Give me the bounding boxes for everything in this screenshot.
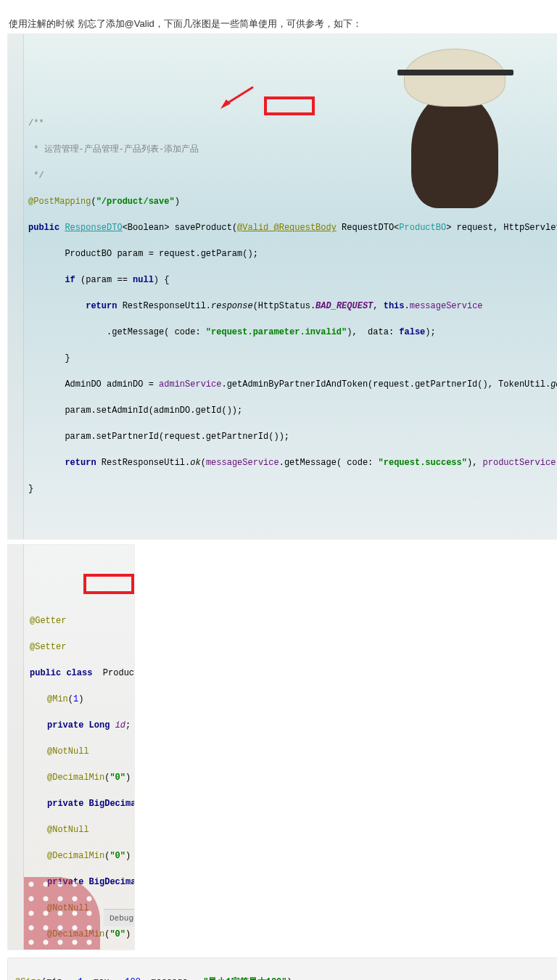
comment: */ — [28, 170, 44, 181]
kw: false — [399, 327, 425, 337]
debugger-bar: Debugge — [104, 909, 134, 926]
ann: @NotNull — [47, 825, 89, 835]
t: RequestDTO< — [337, 223, 399, 233]
t: saveProduct — [175, 223, 232, 233]
t: , — [373, 301, 383, 311]
t: } — [28, 484, 33, 494]
kw: public — [28, 223, 65, 233]
red-box-1 — [264, 96, 315, 115]
kw: return — [65, 458, 96, 468]
code: ProductBO param = request.getParam(); — [28, 249, 258, 259]
field: messageService — [410, 301, 483, 311]
t: . — [405, 301, 410, 311]
t — [28, 275, 65, 285]
gutter — [8, 545, 24, 950]
t: , message = — [141, 977, 203, 980]
t: } — [28, 353, 70, 363]
t: ) { — [154, 275, 170, 285]
t: ), data: — [347, 327, 399, 337]
ann: @DecimalMin — [47, 851, 104, 861]
t — [28, 301, 86, 311]
fld: id — [115, 720, 125, 730]
t: RestResponseUtil. — [117, 301, 211, 311]
t: AdminDO adminDO = — [28, 379, 159, 390]
ann: @DecimalMin — [47, 773, 104, 783]
intro-text: 使用注解的时候 别忘了添加@Valid，下面几张图是一些简单使用，可供参考，如下… — [9, 17, 557, 30]
ann: @Min — [47, 694, 68, 704]
str: "0" — [110, 929, 125, 939]
fn: getAuthorizationHeader — [550, 379, 557, 390]
str: "0" — [110, 851, 125, 861]
t: .getMessage( code: — [279, 458, 379, 468]
kw: this — [384, 301, 405, 311]
t: ), — [467, 458, 483, 468]
code-figure-2: @Getter @Setter public class ProductBO @… — [7, 544, 135, 950]
t: , max = — [83, 977, 125, 980]
field: messageService — [206, 458, 279, 468]
t: (min = — [41, 977, 78, 980]
t: ) — [287, 977, 292, 980]
kw: private BigDecimal — [47, 799, 135, 809]
red-arrow-icon — [182, 70, 226, 99]
field: adminService — [159, 379, 221, 390]
t: .getAdminByPartnerIdAndToken(request.get… — [221, 379, 550, 390]
kw: return — [86, 301, 117, 311]
type: ResponseDTO — [65, 223, 122, 233]
t: ( — [201, 458, 206, 468]
ann: @NotNull — [47, 746, 89, 757]
fn: response — [211, 301, 253, 311]
t: param.setPartnerId(request.getPartnerId(… — [28, 432, 289, 442]
type: ProductBO — [399, 223, 446, 233]
comment: /** — [28, 118, 44, 128]
field: productService — [483, 458, 556, 468]
const: BAD_REQUEST — [315, 301, 373, 311]
str: "0" — [110, 773, 125, 783]
annotation: @Getter — [30, 616, 66, 626]
kw: private Long — [47, 720, 115, 730]
t: <Boolean> — [123, 223, 175, 233]
t: ( — [91, 197, 96, 207]
string: "/product/save" — [96, 197, 175, 207]
kw: public class — [30, 668, 98, 678]
t: (HttpStatus. — [253, 301, 315, 311]
classname: ProductBO — [103, 668, 135, 678]
str: "request.success" — [379, 458, 467, 468]
debugger-label: Debugge — [110, 912, 135, 925]
str: "request.parameter.invalid" — [206, 327, 347, 337]
t — [28, 458, 65, 468]
n: 1 — [78, 977, 83, 980]
annotation: @PostMapping — [28, 197, 91, 207]
kw: null — [133, 275, 154, 285]
comment: * 运营管理-产品管理-产品列表-添加产品 — [28, 144, 199, 155]
t: RestResponseUtil. — [96, 458, 191, 468]
fn: ok — [190, 458, 200, 468]
t: param.setAdminId(adminDO.getId()); — [28, 405, 242, 416]
t: ) — [175, 197, 180, 207]
t: ); — [425, 327, 435, 337]
t: (param == — [75, 275, 133, 285]
s: "最小1字符最大100" — [203, 977, 286, 980]
size-code-block: @Size(min = 1, max = 100, message = "最小1… — [7, 958, 557, 980]
n: 100 — [125, 977, 141, 980]
annotation: @Setter — [30, 642, 66, 652]
t: > request, HttpServletRequest httpServle… — [446, 223, 557, 233]
ann: @Size — [15, 977, 41, 980]
background-person — [368, 49, 542, 208]
red-box-2 — [83, 574, 134, 594]
annotation: @Valid @RequestBody — [237, 223, 337, 233]
code-figure-1: /** * 运营管理-产品管理-产品列表-添加产品 */ @PostMappin… — [7, 33, 557, 540]
gutter — [8, 34, 24, 539]
t: ( — [232, 223, 237, 233]
t: .getMessage( code: — [28, 327, 206, 337]
kw: if — [65, 275, 75, 285]
